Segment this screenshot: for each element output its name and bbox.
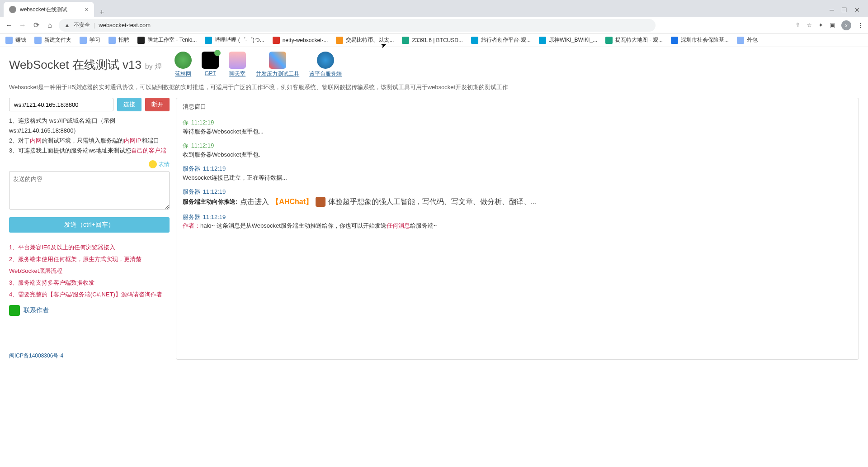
icp-footer: 闽ICP备14008306号-4 bbox=[9, 352, 170, 360]
bookmark-item[interactable]: 新建文件夹 bbox=[34, 36, 71, 44]
bookmark-item[interactable]: 学习 bbox=[80, 36, 100, 44]
address-bar[interactable]: ▲ 不安全 | websocket-test.com bbox=[59, 19, 656, 32]
bookmark-icon bbox=[108, 37, 116, 44]
instr-line-1: 1、连接格式为 ws://IP或域名:端口（示例ws://121.40.165.… bbox=[9, 116, 170, 136]
message-panel-header: 消息窗口 bbox=[183, 103, 852, 111]
author-message: 服务器 11:12:19 作者：halo~ 这条消息是从Websocket服务端… bbox=[183, 213, 852, 230]
note-line: 1、平台兼容IE6及以上的任何浏览器接入 bbox=[9, 242, 170, 253]
close-icon[interactable]: × bbox=[85, 6, 89, 13]
bookmark-icon bbox=[273, 37, 280, 44]
header-link[interactable]: GPT bbox=[202, 52, 219, 78]
bookmark-label: 旅行者创作平台-观... bbox=[481, 36, 531, 44]
bookmark-item[interactable]: 原神WIKI_BWIKI_... bbox=[539, 36, 597, 44]
ahchat-link[interactable]: 【AHChat】 bbox=[272, 196, 313, 207]
window-close-icon[interactable]: ✕ bbox=[854, 6, 860, 14]
smiley-icon[interactable] bbox=[149, 160, 157, 168]
bookmark-icon bbox=[471, 37, 478, 44]
promo-link-pre: 点击进入 bbox=[240, 196, 269, 207]
bookmark-icon bbox=[402, 37, 409, 44]
bookmark-item[interactable]: 深圳市社会保险基... bbox=[671, 36, 729, 44]
message-input[interactable] bbox=[9, 171, 170, 210]
bookmark-label: 原神WIKI_BWIKI_... bbox=[549, 36, 597, 44]
bookmark-item[interactable]: 外包 bbox=[737, 36, 758, 44]
header-link[interactable]: 该平台服务端 bbox=[309, 52, 342, 78]
header-link-icon bbox=[317, 52, 334, 69]
bookmark-item[interactable]: netty-websocket-... bbox=[273, 37, 328, 44]
back-icon[interactable]: ← bbox=[5, 21, 14, 29]
star-icon[interactable]: ☆ bbox=[807, 22, 812, 29]
promo-text: 体验超乎想象的强人工智能，写代码、写文章、做分析、翻译、... bbox=[328, 196, 537, 207]
home-icon[interactable]: ⌂ bbox=[45, 21, 54, 29]
bookmark-icon bbox=[737, 37, 744, 44]
page-subtitle: by 煌 bbox=[145, 62, 162, 71]
bookmark-label: netty-websocket-... bbox=[283, 37, 328, 43]
bookmark-icon bbox=[205, 37, 212, 44]
profile-avatar[interactable]: x bbox=[841, 20, 851, 30]
message-from: 你 bbox=[183, 119, 189, 126]
bookmark-icon bbox=[336, 37, 343, 44]
message-body: Websocket连接已建立，正在等待数据... bbox=[183, 173, 852, 182]
tab-title: websocket在线测试 bbox=[20, 6, 81, 14]
bookmark-item[interactable]: 哔哩哔哩 (゜-゜)つ... bbox=[205, 36, 264, 44]
left-panel: 连接 断开 1、连接格式为 ws://IP或域名:端口（示例ws://121.4… bbox=[9, 98, 170, 360]
bookmark-label: 提瓦特大地图 - 观... bbox=[615, 36, 663, 44]
bookmark-icon bbox=[5, 37, 13, 44]
security-label: 不安全 bbox=[74, 21, 90, 29]
note-line: 3、服务端支持多客户端数据收发 bbox=[9, 277, 170, 289]
header-link-icon bbox=[202, 52, 219, 69]
sidepanel-icon[interactable]: ▣ bbox=[830, 22, 835, 29]
share-icon[interactable]: ⇧ bbox=[795, 22, 800, 29]
page-title: WebSocket 在线测试 v13 bbox=[9, 57, 142, 73]
header-link-label: 聊天室 bbox=[229, 70, 245, 78]
message-block: 服务器 11:12:19Websocket连接已建立，正在等待数据... bbox=[183, 164, 852, 182]
disconnect-button[interactable]: 断开 bbox=[145, 98, 170, 111]
bookmark-icon bbox=[605, 37, 613, 44]
header-link[interactable]: 蓝林网 bbox=[175, 52, 192, 78]
window-minimize-icon[interactable]: ─ bbox=[830, 6, 834, 14]
bookmark-item[interactable]: 腾龙工作室 - Tenlo... bbox=[137, 36, 197, 44]
url-text: websocket-test.com bbox=[99, 22, 151, 29]
browser-tab[interactable]: websocket在线测试 × bbox=[4, 2, 94, 17]
bookmark-label: 学习 bbox=[90, 36, 100, 44]
bookmark-label: 新建文件夹 bbox=[44, 36, 71, 44]
send-button[interactable]: 发送（ctrl+回车） bbox=[9, 217, 170, 233]
message-time: 11:12:19 bbox=[191, 142, 214, 149]
message-block: 你 11:12:19收到服务器Websocket握手包. bbox=[183, 141, 852, 159]
bookmark-item[interactable]: 交易比特币、以太... bbox=[336, 36, 394, 44]
page-header: WebSocket 在线测试 v13 by 煌 蓝林网GPT聊天室并发压力测试工… bbox=[9, 52, 859, 78]
bookmark-icon bbox=[671, 37, 678, 44]
bookmark-label: 交易比特币、以太... bbox=[346, 36, 394, 44]
forward-icon[interactable]: → bbox=[18, 21, 27, 29]
ws-url-input[interactable] bbox=[9, 98, 113, 111]
window-controls: ─ ☐ ✕ bbox=[825, 6, 864, 17]
reload-icon[interactable]: ⟳ bbox=[32, 21, 41, 29]
bookmark-item[interactable]: 旅行者创作平台-观... bbox=[471, 36, 531, 44]
connect-button[interactable]: 连接 bbox=[117, 98, 142, 111]
extensions-icon[interactable]: ✦ bbox=[818, 22, 823, 29]
emoji-link[interactable]: 表情 bbox=[159, 161, 170, 167]
divider: | bbox=[94, 22, 95, 29]
message-time: 11:12:19 bbox=[191, 119, 214, 126]
message-panel: 消息窗口 你 11:12:19等待服务器Websocket握手包...你 11:… bbox=[176, 98, 859, 360]
bookmark-item[interactable]: 提瓦特大地图 - 观... bbox=[605, 36, 663, 44]
new-tab-button[interactable]: + bbox=[94, 8, 110, 17]
bookmark-item[interactable]: 23391.6 | BTCUSD... bbox=[402, 37, 463, 44]
header-link[interactable]: 并发压力测试工具 bbox=[256, 52, 299, 78]
bookmark-item[interactable]: 赚钱 bbox=[5, 36, 26, 44]
header-link-icon bbox=[175, 52, 192, 69]
message-from: 你 bbox=[183, 142, 189, 149]
message-body: 等待服务器Websocket握手包... bbox=[183, 127, 852, 136]
contact-author: 联系作者 bbox=[9, 305, 170, 316]
contact-link[interactable]: 联系作者 bbox=[24, 306, 49, 315]
header-link-label: GPT bbox=[205, 70, 216, 76]
bookmark-label: 腾龙工作室 - Tenlo... bbox=[147, 36, 197, 44]
bookmark-item[interactable]: 招聘 bbox=[108, 36, 129, 44]
header-link-icon bbox=[229, 52, 246, 69]
menu-icon[interactable]: ⋮ bbox=[858, 22, 863, 29]
bookmark-label: 赚钱 bbox=[15, 36, 26, 44]
emoji-row: 表情 bbox=[9, 160, 170, 168]
page-description: Websocket是一种用于H5浏览器的实时通讯协议，可以做到数据的实时推送，可… bbox=[9, 83, 859, 91]
bookmark-label: 招聘 bbox=[118, 36, 129, 44]
header-link[interactable]: 聊天室 bbox=[229, 52, 246, 78]
window-maximize-icon[interactable]: ☐ bbox=[841, 6, 847, 14]
